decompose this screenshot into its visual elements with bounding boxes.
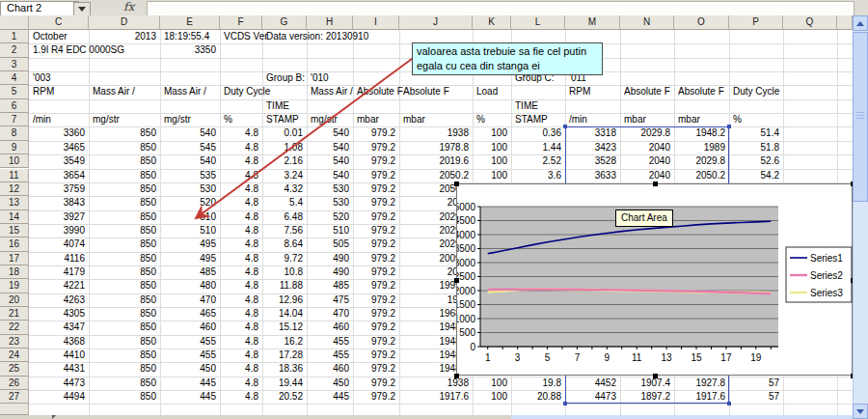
cell-G11[interactable]: 3.24 (263, 169, 306, 182)
column-header-N[interactable]: N (620, 15, 674, 30)
cell-F11[interactable]: 4.8 (221, 169, 261, 182)
row-header-11[interactable]: 11 (0, 169, 29, 182)
cell-E22[interactable]: 460 (161, 321, 219, 334)
cell-E24[interactable]: 455 (161, 349, 219, 362)
column-header-H[interactable]: H (307, 15, 353, 30)
cell-F7[interactable]: % (221, 113, 232, 126)
cell-J7[interactable]: mbar (400, 113, 425, 126)
cell-C9[interactable]: 3465 (30, 141, 88, 154)
cell-I11[interactable]: 979.2 (354, 169, 398, 182)
cell-E16[interactable]: 495 (161, 237, 219, 251)
cell-E25[interactable]: 450 (161, 362, 219, 376)
row-header-8[interactable]: 8 (0, 126, 29, 140)
cell-H12[interactable]: 530 (308, 182, 352, 196)
row-header-9[interactable]: 9 (0, 141, 29, 154)
cell-G1[interactable]: Data version: 20130910 (263, 30, 368, 43)
cell-D15[interactable]: 850 (90, 224, 159, 237)
cell-K26[interactable]: 100 (474, 377, 510, 390)
row-header-15[interactable]: 15 (0, 224, 29, 237)
cell-H5[interactable]: Mass Air / (308, 85, 353, 98)
column-header-G[interactable]: G (262, 15, 307, 30)
cell-C26[interactable]: 4473 (30, 377, 88, 390)
cell-F27[interactable]: 4.8 (221, 390, 261, 404)
cell-G27[interactable]: 20.52 (263, 390, 306, 404)
cell-D23[interactable]: 850 (90, 335, 159, 349)
cell-K8[interactable]: 100 (474, 126, 510, 140)
cell-C21[interactable]: 4305 (30, 307, 88, 321)
cell-E13[interactable]: 520 (161, 196, 219, 210)
cell-E20[interactable]: 470 (161, 293, 219, 307)
cell-P11[interactable]: 54.2 (730, 169, 782, 182)
cell-C15[interactable]: 3990 (30, 224, 88, 237)
cell-H17[interactable]: 490 (308, 252, 352, 265)
column-header-P[interactable]: P (729, 15, 783, 30)
cell-H20[interactable]: 475 (308, 293, 352, 307)
cell-C4[interactable]: '003 (30, 71, 51, 85)
cell-P8[interactable]: 51.4 (730, 126, 782, 140)
cell-E1[interactable]: 18:19:55.4 (161, 30, 209, 43)
row-header-26[interactable]: 26 (0, 377, 29, 390)
cell-F13[interactable]: 4.8 (221, 196, 261, 210)
sheet-tab-scroll-icon[interactable] (52, 415, 56, 419)
cell-E11[interactable]: 535 (161, 169, 219, 182)
column-header-I[interactable]: I (353, 15, 399, 30)
cell-I25[interactable]: 979.2 (354, 362, 398, 376)
cell-M7[interactable]: /min (566, 113, 587, 126)
cell-L6[interactable]: TIME (512, 99, 538, 113)
cell-D24[interactable]: 850 (90, 349, 159, 362)
cell-G24[interactable]: 17.28 (263, 349, 306, 362)
chart-resize-handle[interactable] (653, 374, 658, 378)
cell-F15[interactable]: 4.8 (221, 224, 261, 237)
row-header-2[interactable]: 2 (0, 43, 29, 57)
cell-D9[interactable]: 850 (90, 141, 159, 154)
column-header-M[interactable]: M (565, 15, 620, 30)
cell-I22[interactable]: 979.2 (354, 321, 398, 334)
cell-C23[interactable]: 4368 (30, 335, 88, 349)
cell-L8[interactable]: 0.36 (512, 126, 564, 140)
cell-F8[interactable]: 4.8 (221, 126, 261, 140)
cell-I27[interactable]: 979.2 (354, 390, 398, 404)
cell-G6[interactable]: TIME (263, 99, 289, 113)
cell-F24[interactable]: 4.8 (221, 349, 261, 362)
cell-G17[interactable]: 9.72 (263, 252, 306, 265)
cell-E19[interactable]: 480 (161, 279, 219, 293)
cell-I20[interactable]: 979.2 (354, 293, 398, 307)
cell-D20[interactable]: 850 (90, 293, 159, 307)
cell-K10[interactable]: 100 (474, 154, 510, 168)
cell-C27[interactable]: 4494 (30, 390, 88, 404)
cell-C18[interactable]: 4179 (30, 265, 88, 279)
cell-H26[interactable]: 450 (308, 377, 352, 390)
cell-D12[interactable]: 850 (90, 182, 159, 196)
column-header-D[interactable]: D (89, 15, 160, 30)
name-box-dropdown-button[interactable] (73, 2, 91, 16)
cell-H22[interactable]: 460 (308, 321, 352, 334)
cell-H21[interactable]: 470 (308, 307, 352, 321)
cell-H27[interactable]: 445 (308, 390, 352, 404)
cell-F22[interactable]: 4.8 (221, 321, 261, 334)
row-header-27[interactable]: 27 (0, 390, 29, 404)
cell-F14[interactable]: 4.8 (221, 210, 261, 224)
cell-I8[interactable]: 979.2 (354, 126, 398, 140)
cell-I19[interactable]: 979.2 (354, 279, 398, 293)
cell-D18[interactable]: 850 (90, 265, 159, 279)
cell-E2[interactable]: 3350 (161, 43, 219, 57)
chart-resize-handle[interactable] (454, 374, 459, 378)
cell-D25[interactable]: 850 (90, 362, 159, 376)
column-header-F[interactable]: F (220, 15, 262, 30)
cell-C7[interactable]: /min (30, 113, 51, 126)
cell-G12[interactable]: 4.32 (263, 182, 306, 196)
cell-D7[interactable]: mg/str (90, 113, 120, 126)
cell-M5[interactable]: RPM (566, 85, 590, 98)
cell-G25[interactable]: 18.36 (263, 362, 306, 376)
cell-P5[interactable]: Duty Cycle (730, 85, 779, 98)
cell-J26[interactable]: 1938 (400, 377, 472, 390)
row-header-16[interactable]: 16 (0, 237, 29, 251)
cell-F26[interactable]: 4.8 (221, 377, 261, 390)
cell-C10[interactable]: 3549 (30, 154, 88, 168)
comment-callout[interactable]: valoarea asta trebuie sa fie cel putin e… (412, 42, 603, 75)
cell-F25[interactable]: 4.8 (221, 362, 261, 376)
cell-G18[interactable]: 10.8 (263, 265, 306, 279)
cell-E15[interactable]: 510 (161, 224, 219, 237)
cell-G16[interactable]: 8.64 (263, 237, 306, 251)
column-header-E[interactable]: E (160, 15, 220, 30)
